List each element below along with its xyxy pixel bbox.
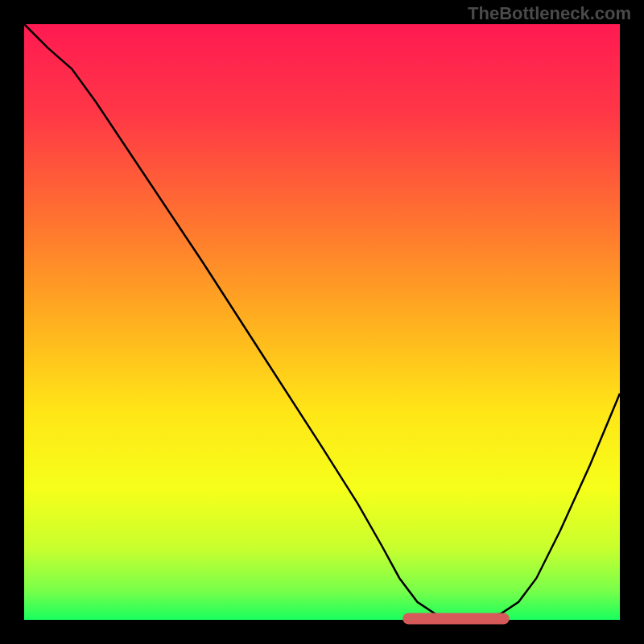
- watermark-text: TheBottleneck.com: [468, 3, 631, 24]
- bottleneck-chart: [0, 0, 644, 644]
- plot-background-gradient: [24, 24, 620, 620]
- chart-container: TheBottleneck.com: [0, 0, 644, 644]
